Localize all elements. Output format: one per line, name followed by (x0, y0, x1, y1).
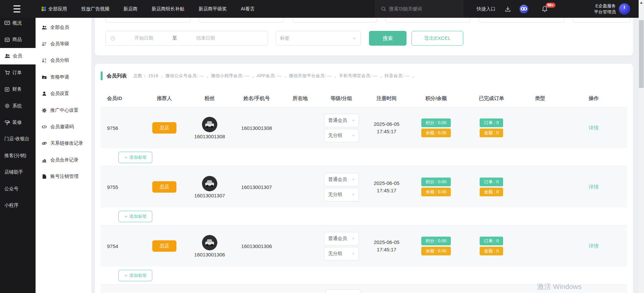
balance-badge: 余额 : 0.00 (421, 129, 451, 137)
sidebar-item-pos[interactable]: 门店-收银台 (0, 131, 36, 147)
sidebar-item-mini-program[interactable]: 小程序 (0, 197, 36, 213)
main-sidebar: 概况 商品 会员 订单 财务 系统 装修 门店-收银台 推客(分销) 店铺助手 … (0, 0, 36, 293)
referrer-button[interactable]: 总店 (152, 240, 176, 252)
orders-badge: 订单 : 0 (480, 237, 503, 245)
scrollbar-thumb[interactable] (639, 20, 644, 88)
vertical-scrollbar[interactable] (639, 0, 644, 293)
sidebar-item-decorate[interactable]: 装修 (0, 114, 36, 131)
user-identity[interactable]: E企盈服务 平台管理员 (594, 0, 616, 18)
hamburger-menu-icon[interactable] (13, 5, 20, 12)
filter-input-cutoff-2[interactable] (199, 18, 284, 22)
sidebar-item-distribution[interactable]: 推客(分销) (0, 147, 36, 164)
cart-icon (4, 70, 10, 76)
date-range-input[interactable]: 开始日期 至 结束日期 (105, 31, 268, 46)
table-row: 9755 总店 16013001307 16013001307 普通会员 无分组… (101, 166, 627, 207)
notifications-bell-icon[interactable]: 99+ (541, 0, 548, 18)
link-icon (42, 141, 47, 146)
chevron-down-icon (352, 134, 355, 137)
level-select[interactable]: 普通会员 (324, 232, 359, 245)
submenu-member-group[interactable]: AZ 会员分组 (36, 52, 91, 69)
nav-menu-leader-subsidy[interactable]: 新店商组长补贴 (152, 6, 184, 12)
overview-icon (4, 20, 10, 26)
start-date-placeholder: 开始日期 (115, 35, 172, 41)
filter-input-cutoff-1[interactable] (105, 18, 191, 22)
group-select[interactable]: 无分组 (324, 188, 359, 201)
top-navbar: 全部应用 投放广告视频 新店商 新店商组长补贴 新店商平级奖 AI看舌 搜索功能… (0, 0, 639, 18)
group-select[interactable]: 无分组 (324, 247, 359, 260)
apps-grid-icon (42, 7, 46, 11)
filter-input-cutoff-4[interactable] (385, 18, 470, 22)
detail-link[interactable]: 详情 (589, 184, 599, 190)
member-avatar[interactable] (202, 117, 217, 132)
quick-entry-button[interactable]: 快捷入口 (477, 0, 495, 18)
sidebar-item-goods[interactable]: 商品 (0, 31, 36, 48)
bar-chart-icon (42, 157, 47, 163)
folder-check-icon (42, 75, 47, 80)
member-avatar[interactable] (202, 235, 217, 250)
detail-link[interactable]: 详情 (589, 243, 599, 249)
submenu-member-settings[interactable]: 会员设置 (36, 86, 91, 102)
tag-select[interactable]: 标签 (276, 31, 361, 46)
col-location: 所在地 (282, 95, 319, 102)
referrer-button[interactable]: 总店 (152, 122, 176, 134)
group-select[interactable]: 无分组 (324, 129, 359, 142)
referrer-button[interactable]: 总店 (152, 181, 176, 193)
submenu-merge-log[interactable]: 会员合并记录 (36, 152, 91, 168)
sidebar-item-finance[interactable]: 财务 (0, 81, 36, 98)
global-search-input[interactable]: 搜索功能关键词 (375, 0, 463, 18)
chevron-down-icon (353, 36, 357, 40)
nav-menu-ai-tongue[interactable]: AI看舌 (241, 6, 255, 12)
submenu-qualification[interactable]: 资格申请 (36, 69, 91, 85)
sidebar-item-system[interactable]: 系统 (0, 98, 36, 114)
orders-cell: 订单 : 0 金额 : 0 (463, 176, 520, 198)
filter-input-cutoff-3[interactable] (292, 18, 377, 22)
submenu-promo-settings[interactable]: 推广中心设置 (36, 102, 91, 118)
chevron-down-icon (352, 118, 355, 122)
amount-badge: 金额 : 0 (480, 188, 503, 196)
sidebar-item-official-account[interactable]: 公众号 (0, 181, 36, 197)
level-select[interactable]: 普通会员 (324, 114, 359, 127)
table-row: 9756 总店 16013001308 16013001308 普通会员 无分组… (101, 107, 627, 148)
member-stats: 总数： 1516 ， 微信公众号会员: --- ， 微信小程序会员: --- ，… (133, 73, 416, 79)
level-select[interactable]: 普通会员 (324, 173, 359, 186)
nav-menu-ad-video[interactable]: 投放广告视频 (81, 6, 109, 12)
filter-input-cutoff-5[interactable] (479, 18, 564, 22)
submenu-invite-code[interactable]: 会员邀请码 (36, 118, 91, 135)
submenu-member-level[interactable]: 会员等级 (36, 36, 91, 52)
scroll-up-arrow-icon[interactable] (640, 2, 643, 4)
register-time: 2025-06-0517:45:17 (364, 239, 409, 253)
col-type: 类型 (520, 95, 560, 102)
code-icon (42, 124, 47, 130)
nav-menu-level-award[interactable]: 新店商平级奖 (199, 6, 227, 12)
download-icon[interactable] (504, 0, 511, 18)
sidebar-item-shop-assistant[interactable]: 店铺助手 (0, 164, 36, 181)
org-name: E企盈服务 (595, 3, 616, 9)
level-select-partial[interactable] (325, 289, 360, 293)
nav-menu-new-shop[interactable]: 新店商 (123, 6, 138, 12)
member-list-panel: 会员列表 总数： 1516 ， 微信公众号会员: --- ， 微信小程序会员: … (95, 64, 633, 293)
submenu-all-members[interactable]: 全部会员 (36, 19, 91, 36)
add-tag-button[interactable]: ＋ 添加标签 (118, 152, 152, 163)
date-separator: 至 (172, 35, 177, 41)
users-icon (42, 25, 47, 30)
member-row-block: 9756 总店 16013001308 16013001308 普通会员 无分组… (101, 107, 627, 166)
search-button[interactable]: 搜索 (369, 31, 407, 46)
chevron-down-icon (352, 252, 355, 255)
nav-menu-all-apps[interactable]: 全部应用 (42, 6, 67, 12)
add-tag-button[interactable]: ＋ 添加标签 (118, 211, 152, 222)
submenu-account-cancel[interactable]: 账号注销管理 (36, 168, 91, 185)
balance-badge: 余额 : 0.00 (421, 188, 451, 196)
end-date-placeholder: 结束日期 (177, 35, 234, 41)
ai-assistant-icon[interactable] (520, 0, 528, 18)
member-avatar[interactable] (202, 176, 217, 191)
add-tag-button[interactable]: ＋ 添加标签 (118, 270, 152, 281)
filter-input-cutoff-6[interactable] (573, 18, 631, 22)
register-time: 2025-06-0517:45:17 (364, 120, 409, 135)
member-id: 9754 (101, 243, 141, 249)
sidebar-item-orders[interactable]: 订单 (0, 64, 36, 81)
export-excel-button[interactable]: 导出EXCEL (412, 31, 463, 46)
sidebar-item-members[interactable]: 会员 (0, 48, 36, 64)
detail-link[interactable]: 详情 (589, 125, 599, 131)
submenu-relation-log[interactable]: 关系链修改记录 (36, 135, 91, 152)
user-avatar[interactable] (619, 3, 630, 15)
